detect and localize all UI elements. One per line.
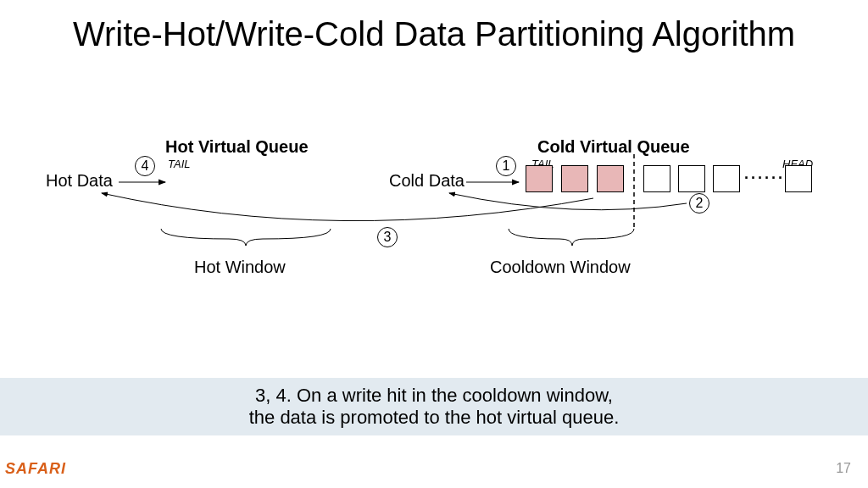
cold-block-head [785,165,812,192]
hot-data-label: Hot Data [46,171,113,191]
hot-queue-title: Hot Virtual Queue [165,137,309,157]
step-4-badge: 4 [135,156,155,176]
algorithm-diagram: Hot Virtual Queue Cold Virtual Queue TAI… [0,119,868,305]
hot-window-label: Hot Window [194,258,286,277]
step-1-badge: 1 [496,156,516,176]
diagram-arrows [0,119,868,305]
cooldown-block-3 [597,165,624,192]
cooldown-block-1 [526,165,553,192]
cold-queue-title: Cold Virtual Queue [537,137,690,157]
step-2-badge: 2 [689,193,709,214]
caption-line-1: 3, 4. On a write hit in the cooldown win… [255,385,613,407]
caption-line-2: the data is promoted to the hot virtual … [249,407,620,429]
safari-logo: SAFARI [5,460,66,478]
cold-data-label: Cold Data [389,171,465,191]
caption-band: 3, 4. On a write hit in the cooldown win… [0,378,868,435]
step-3-badge: 3 [377,227,398,247]
hot-tail-label: TAIL [168,158,191,170]
page-number: 17 [836,461,851,476]
ellipsis: ······ [744,169,785,187]
cooldown-block-2 [561,165,588,192]
cold-block-2 [678,165,705,192]
cold-block-1 [643,165,670,192]
cold-block-3 [713,165,740,192]
cooldown-window-label: Cooldown Window [490,258,631,277]
slide-title: Write-Hot/Write-Cold Data Partitioning A… [0,0,868,53]
